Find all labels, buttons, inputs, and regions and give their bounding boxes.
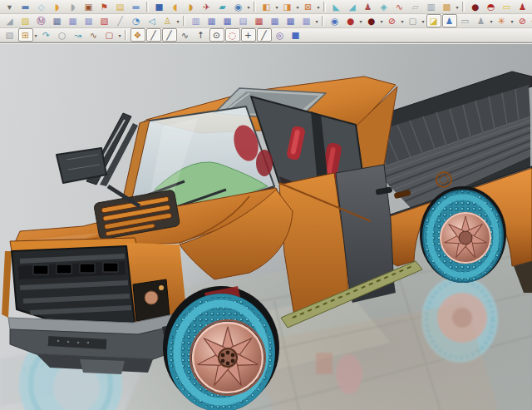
notebook-icon: ▥ [427,2,436,12]
timer-ring-button[interactable]: ◉ [328,14,342,27]
yellow-grid-button[interactable]: ▨ [18,14,33,27]
solid-cube-button[interactable]: ■ [288,28,303,42]
trim-body-button[interactable]: ◧ [259,0,274,13]
slash-tool-button[interactable]: ╱ [113,14,128,27]
loft-button[interactable]: ◢ [345,0,360,13]
ellipse-tool-button[interactable]: ○ [55,28,70,42]
rib-person-button[interactable]: ♟ [361,0,376,13]
sphere-tool-dropdown-caret[interactable]: ▾ [246,4,251,10]
snap-intersect-button[interactable]: + [241,28,256,42]
truck-scene[interactable] [0,43,532,410]
table-2-button[interactable]: ▦ [204,14,219,27]
extrude-button[interactable]: ◗ [50,0,65,13]
color-stack-button[interactable]: ▩ [440,0,455,13]
freeform-surface-button[interactable]: ◇ [34,0,49,13]
swept-button[interactable]: ◣ [329,0,344,13]
headlight[interactable] [133,279,170,321]
marquee-select-button[interactable]: ▢ [102,28,117,42]
undo-arrow-button[interactable]: ↷ [39,28,54,42]
snap-line-button[interactable]: ╱ [257,28,272,42]
overflow-button[interactable]: ▾ [2,0,17,13]
capsule-button[interactable]: ▭ [500,0,515,13]
maroon-ball-button[interactable]: ● [364,14,379,27]
blank-window-button[interactable]: ▢ [406,14,421,27]
fillet-button[interactable]: ◖ [168,0,183,13]
snap-pole-button[interactable]: ↑ [194,28,209,42]
table-6-button[interactable]: ▦ [283,14,298,27]
pad-icon: ▬ [132,2,140,12]
keypad-button[interactable]: ▭ [458,14,473,27]
snap-mid-button[interactable]: ╱ [162,28,177,42]
pad-button[interactable]: ▬ [129,0,144,13]
spring-button[interactable]: ∿ [392,0,407,13]
pocket-button[interactable]: ▤ [113,0,128,13]
note-tag-button[interactable]: ◪ [426,14,441,27]
no-entry-dropdown-caret[interactable]: ▾ [400,18,405,24]
snap-quadrant-button[interactable]: ◎ [273,28,288,42]
render-sphere-button[interactable]: ● [468,0,483,13]
play-left-button[interactable]: ◁ [145,14,160,27]
red-ball-dropdown-caret[interactable]: ▾ [358,18,363,24]
red-green-chip-button[interactable]: ▧ [97,14,112,27]
3d-viewport[interactable] [0,42,532,410]
spiral-curve-button[interactable]: ∿ [86,28,101,42]
person-gray-button[interactable]: ♟ [474,14,489,27]
sheet-metal-button[interactable]: ▱ [408,0,423,13]
person-gold-dropdown-caret[interactable]: ▾ [175,18,180,24]
no-entry-button[interactable]: ⊘ [385,14,400,27]
mannequin-button[interactable]: ♟ [515,0,530,13]
split-body-button[interactable]: ◨ [280,0,295,13]
revolve-button[interactable]: ◗ [66,0,81,13]
swing-arrow-button[interactable]: ↝ [71,28,86,42]
chamfer-button[interactable]: ◗ [184,0,199,13]
table-4-button[interactable]: ▤ [236,14,251,27]
table-1-button[interactable]: ▥ [189,14,204,27]
split-body-dropdown-caret[interactable]: ▾ [295,4,300,10]
clock-button[interactable]: ◔ [129,14,144,27]
emboss-flag-button[interactable]: ⚑ [97,0,112,13]
sphere-tool-button[interactable]: ◉ [231,0,246,13]
datum-block-button[interactable]: ▬ [18,0,33,13]
snap-end-button[interactable]: ╱ [146,28,161,42]
maroon-ball-dropdown-caret[interactable]: ▾ [379,18,384,24]
org-links-dropdown-caret[interactable]: ▾ [510,18,515,24]
color-stack-dropdown-caret[interactable]: ▾ [455,4,460,10]
front-wheel[interactable] [163,286,279,410]
marquee-select-dropdown-caret[interactable]: ▾ [117,32,122,38]
trim-body-dropdown-caret[interactable]: ▾ [274,4,279,10]
table-3-button[interactable]: ▦ [220,14,235,27]
red-ball-button[interactable]: ● [343,14,358,27]
grid-b-button[interactable]: ▦ [81,14,96,27]
shell-button[interactable]: ◈ [377,0,392,13]
table-7-dropdown-caret[interactable]: ▾ [314,18,319,24]
edge-partial-button[interactable]: ▧ [2,28,17,42]
table-7-button[interactable]: ▦ [299,14,314,27]
person-gray-dropdown-caret[interactable]: ▾ [489,18,494,24]
snap-curve-button[interactable]: ∿ [178,28,193,42]
snap-circle-button[interactable]: ◌ [225,28,240,42]
table-5-button[interactable]: ▦ [268,14,283,27]
snap-point-button[interactable]: ❖ [131,28,145,42]
m-command-button[interactable]: Ⓜ [34,14,49,27]
work-plane-plus-button[interactable]: ⊞ [18,28,33,42]
no-entry-2-button[interactable]: ⊘ [515,14,530,27]
rear-wheel[interactable] [420,186,506,283]
org-links-button[interactable]: ✳ [495,14,510,27]
corner-triangle-button[interactable]: ◢ [2,14,17,27]
sheet-body-button[interactable]: ▰ [215,0,230,13]
delete-body-dropdown-caret[interactable]: ▾ [316,4,321,10]
material-ball-button[interactable]: ◓ [484,0,499,13]
person-gold-button[interactable]: ♙ [160,14,175,27]
grid-a-button[interactable]: ▦ [66,14,81,27]
shaded-cube-button[interactable]: ■ [152,0,167,13]
compass-button[interactable]: ✈ [200,0,214,13]
table-red-button[interactable]: ▦ [252,14,267,27]
person-blue-button[interactable]: ♟ [442,14,457,27]
blank-window-dropdown-caret[interactable]: ▾ [421,18,426,24]
hole-button[interactable]: ▣ [81,0,96,13]
notebook-button[interactable]: ▥ [424,0,439,13]
work-plane-plus-dropdown-caret[interactable]: ▾ [33,32,38,38]
snap-center-button[interactable]: ⊙ [209,28,224,42]
window-panel-button[interactable]: ▦ [50,14,65,27]
delete-body-button[interactable]: ⊠ [301,0,316,13]
